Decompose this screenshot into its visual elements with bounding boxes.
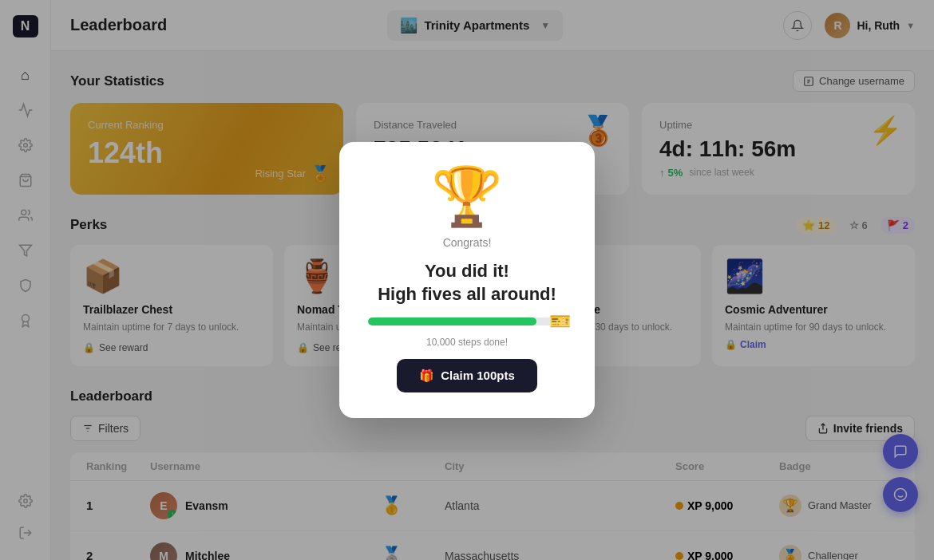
modal-chest-icon: 🏆	[431, 168, 503, 225]
modal-congrats-text: Congrats!	[443, 236, 492, 249]
modal-claim-button[interactable]: 🎁 Claim 100pts	[397, 359, 537, 392]
modal-progress-icon: 🎫	[549, 311, 571, 332]
modal-title: You did it! High fives all around!	[378, 260, 556, 306]
modal-card: 🏆 Congrats! You did it! High fives all a…	[339, 142, 595, 417]
modal-progress-label: 10,000 steps done!	[426, 337, 508, 348]
modal-overlay[interactable]: 🏆 Congrats! You did it! High fives all a…	[0, 0, 934, 560]
modal-progress-bar	[368, 317, 566, 325]
modal-claim-label: Claim 100pts	[441, 369, 515, 382]
modal-progress-container: 🎫	[368, 317, 566, 325]
modal-title-line2: High fives all around!	[378, 284, 556, 304]
gift-icon: 🎁	[419, 369, 434, 383]
modal-title-line1: You did it!	[425, 261, 509, 281]
modal-progress-fill	[368, 317, 536, 325]
